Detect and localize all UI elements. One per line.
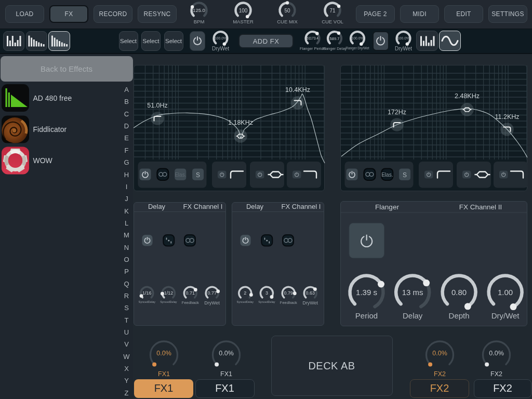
svg-text:FX2: FX2 bbox=[434, 370, 446, 378]
svg-text:0.0%: 0.0% bbox=[489, 350, 504, 357]
svg-text:0.0%: 0.0% bbox=[219, 350, 234, 357]
svg-text:0.0%: 0.0% bbox=[432, 350, 447, 357]
svg-text:FX1: FX1 bbox=[158, 370, 170, 378]
svg-text:FX1: FX1 bbox=[220, 370, 232, 378]
svg-text:FX2: FX2 bbox=[490, 370, 502, 378]
svg-text:0.0%: 0.0% bbox=[156, 350, 171, 357]
